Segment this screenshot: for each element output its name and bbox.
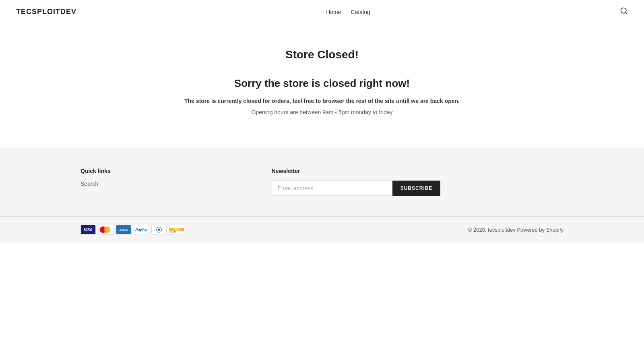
email-input[interactable] bbox=[272, 181, 392, 196]
footer-main: Quick links Search Newsletter SUBSCRIBE bbox=[0, 148, 644, 216]
site-logo[interactable]: TECSPLOITDEV bbox=[16, 8, 76, 16]
payment-icons: VISA AMEX PayPal bbox=[80, 225, 184, 234]
mastercard-icon bbox=[98, 225, 114, 234]
store-description: The store is currently closed for orders… bbox=[16, 98, 628, 104]
newsletter-form: SUBSCRIBE bbox=[272, 181, 441, 196]
nav-home[interactable]: Home bbox=[326, 9, 341, 15]
nav-catalog[interactable]: Catalog bbox=[351, 9, 370, 15]
footer-bottom: VISA AMEX PayPal bbox=[0, 216, 644, 243]
opening-hours: Opening hours are between 9am - 5pm mond… bbox=[16, 109, 628, 115]
sorry-title: Sorry the store is closed right now! bbox=[16, 77, 628, 90]
quick-link-search[interactable]: Search bbox=[80, 181, 111, 187]
subscribe-button[interactable]: SUBSCRIBE bbox=[392, 181, 441, 196]
main-nav: Home Catalog bbox=[326, 9, 370, 15]
diners-icon bbox=[151, 225, 167, 234]
amex-icon: AMEX bbox=[116, 225, 131, 234]
generic-payment-icon: ELO bbox=[169, 225, 184, 234]
quick-links-section: Quick links Search bbox=[80, 168, 111, 196]
paypal-icon: PayPal bbox=[134, 225, 149, 234]
search-icon[interactable] bbox=[620, 7, 628, 17]
svg-line-1 bbox=[625, 12, 627, 14]
visa-icon: VISA bbox=[80, 225, 96, 234]
quick-links-title: Quick links bbox=[80, 168, 111, 174]
newsletter-title: Newsletter bbox=[272, 168, 441, 174]
footer: Quick links Search Newsletter SUBSCRIBE … bbox=[0, 148, 644, 243]
copyright-text: © 2020, tecsploitdev Powered by Shopify bbox=[468, 227, 564, 233]
newsletter-section: Newsletter SUBSCRIBE bbox=[272, 168, 441, 196]
header: TECSPLOITDEV Home Catalog bbox=[0, 0, 644, 24]
main-content: Store Closed! Sorry the store is closed … bbox=[0, 24, 644, 148]
store-closed-title: Store Closed! bbox=[16, 48, 628, 61]
